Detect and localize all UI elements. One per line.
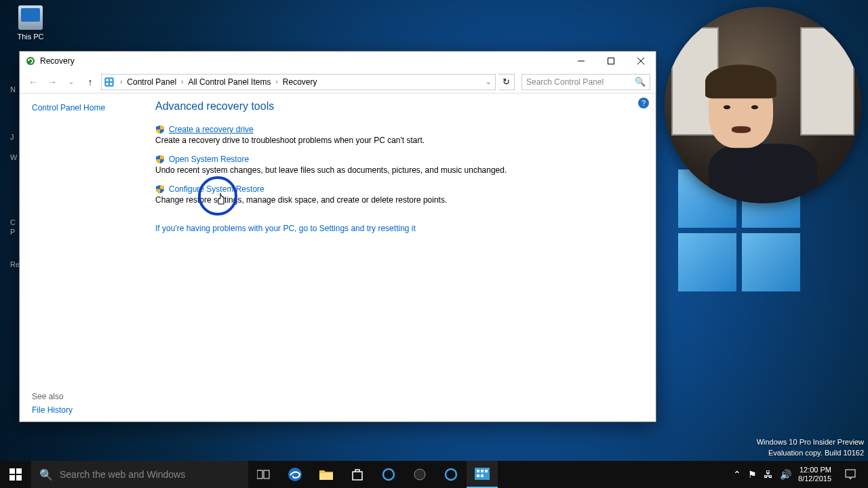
svg-rect-8 [106,83,108,85]
cortana-icon [382,468,395,481]
chevron-right-icon[interactable]: › [118,78,124,85]
svg-point-15 [414,469,425,480]
svg-rect-18 [477,470,479,472]
search-placeholder: Search Control Panel [526,77,604,87]
forward-button[interactable]: → [44,74,60,90]
maximize-button[interactable] [596,52,626,70]
folder-icon [319,468,334,481]
circle-icon [413,468,427,481]
desktop-icon-this-pc[interactable]: This PC [10,5,51,41]
tray-show-hidden-icon[interactable]: ⌃ [733,469,741,480]
link-create-recovery-drive[interactable]: Create a recovery drive [169,125,254,134]
close-icon [637,58,644,64]
tool-description: Undo recent system changes, but leave fi… [155,165,642,175]
taskbar-pinned-apps [248,461,498,488]
breadcrumb-dropdown[interactable]: ⌄ [483,78,494,85]
system-tray: ⌃ ⚑ 🖧 🔊 12:00 PM 8/12/2015 [733,461,868,488]
task-view-icon [257,469,271,480]
taskbar-search-input[interactable]: 🔍 Search the web and Windows [31,461,248,488]
control-panel-icon [103,76,115,88]
control-panel-icon [475,468,490,480]
taskbar-app-generic-1[interactable] [404,461,435,488]
webcam-overlay [665,7,861,203]
windows-logo-icon [9,468,22,481]
svg-point-16 [446,469,456,480]
taskbar-search-placeholder: Search the web and Windows [60,469,185,480]
link-open-system-restore[interactable]: Open System Restore [169,155,249,164]
svg-rect-20 [485,470,488,472]
tool-item-configure-system-restore: Configure System Restore Change restore … [155,184,642,205]
tool-item-open-system-restore: Open System Restore Undo recent system c… [155,155,642,175]
see-also-heading: See also [32,392,73,401]
chevron-right-icon[interactable]: › [179,78,185,85]
taskbar-app-store[interactable] [342,461,373,488]
this-pc-icon [18,5,43,30]
svg-rect-19 [481,470,484,472]
recent-locations-button[interactable]: ⌄ [63,74,79,90]
start-button[interactable] [0,461,31,488]
svg-point-0 [26,57,35,65]
taskbar-app-edge[interactable] [279,461,311,488]
watermark-line1: Windows 10 Pro Insider Preview [757,437,864,447]
taskbar-clock[interactable]: 12:00 PM 8/12/2015 [798,466,831,483]
tray-security-icon[interactable]: ⚑ [748,469,757,480]
up-button[interactable]: ↑ [82,74,98,90]
breadcrumb-item[interactable]: Recovery [280,75,320,89]
help-button[interactable]: ? [638,98,649,108]
store-icon [351,468,364,481]
search-icon: 🔍 [39,468,53,481]
refresh-button[interactable]: ↻ [498,74,515,90]
svg-rect-10 [257,470,262,479]
minimize-button[interactable] [566,52,596,70]
uac-shield-icon [155,125,165,134]
link-configure-system-restore[interactable]: Configure System Restore [169,184,264,194]
control-panel-window: Recovery ← → ⌄ ↑ › [19,51,656,422]
link-troubleshoot-reset[interactable]: If you're having problems with your PC, … [155,224,416,233]
uac-shield-icon [155,184,165,194]
svg-rect-13 [319,473,333,480]
taskbar-app-control-panel[interactable] [467,461,498,488]
svg-rect-17 [475,468,490,480]
svg-rect-9 [110,83,112,85]
breadcrumb-item[interactable]: Control Panel [124,75,179,89]
sidebar-link-file-history[interactable]: File History [32,405,73,415]
window-controls [566,52,656,70]
window-body: ? Control Panel Home See also File Histo… [20,94,656,422]
taskbar-app-file-explorer[interactable] [311,461,342,488]
minimize-icon [578,58,585,64]
maximize-icon [608,58,614,64]
titlebar[interactable]: Recovery [20,52,656,70]
breadcrumb[interactable]: › Control Panel › All Control Panel Item… [101,74,496,90]
search-input[interactable]: Search Control Panel 🔍 [521,74,650,90]
tray-network-icon[interactable]: 🖧 [764,469,773,480]
content-heading: Advanced recovery tools [155,100,642,113]
uac-shield-icon [155,155,165,164]
task-view-button[interactable] [248,461,279,488]
watermark-line2: Evaluation copy. Build 10162 [757,448,864,458]
circle-icon [444,468,458,481]
tool-item-create-recovery-drive: Create a recovery drive Create a recover… [155,125,642,145]
edge-icon [288,467,302,482]
svg-rect-23 [846,470,855,477]
nav-toolbar: ← → ⌄ ↑ › Control Panel › All Control Pa… [20,70,656,94]
chevron-right-icon[interactable]: › [273,78,279,85]
taskbar-app-cortana[interactable] [373,461,404,488]
back-button[interactable]: ← [25,74,41,90]
action-center-button[interactable] [838,461,863,488]
svg-rect-7 [110,79,112,81]
search-icon: 🔍 [635,77,646,87]
tool-description: Change restore settings, manage disk spa… [155,195,642,205]
svg-point-14 [383,469,394,480]
close-button[interactable] [626,52,656,70]
taskbar-app-generic-2[interactable] [435,461,467,488]
sidebar: Control Panel Home See also File History [20,94,142,422]
clock-date: 8/12/2015 [798,474,831,483]
window-title: Recovery [40,56,566,66]
tool-description: Create a recovery drive to troubleshoot … [155,136,642,145]
breadcrumb-item[interactable]: All Control Panel Items [185,75,273,89]
windows-watermark: Windows 10 Pro Insider Preview Evaluatio… [757,437,864,458]
taskbar: 🔍 Search the web and Windows [0,461,868,488]
sidebar-link-home[interactable]: Control Panel Home [32,103,130,113]
tray-volume-icon[interactable]: 🔊 [780,469,791,480]
recovery-icon [25,56,36,66]
